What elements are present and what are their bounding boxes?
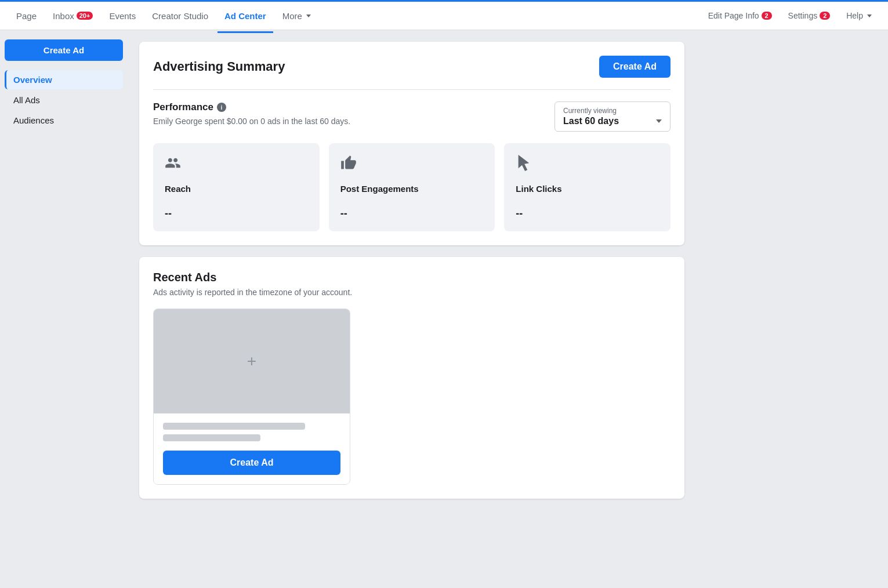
metrics-grid: Reach -- Post Engagements --: [153, 143, 670, 231]
post-engagements-label: Post Engagements: [340, 184, 484, 194]
advertising-summary-card: Advertising Summary Create Ad Performanc…: [139, 42, 684, 245]
sidebar-item-overview[interactable]: Overview: [5, 70, 123, 89]
viewing-chevron-icon: [656, 119, 662, 123]
recent-ads-card: Recent Ads Ads activity is reported in t…: [139, 257, 684, 499]
settings-badge: 2: [820, 12, 830, 20]
nav-item-inbox[interactable]: Inbox 20+: [46, 6, 100, 26]
card-header: Advertising Summary Create Ad: [153, 56, 670, 78]
sidebar-create-ad-button[interactable]: Create Ad: [5, 39, 123, 61]
link-clicks-value: --: [516, 208, 659, 220]
link-clicks-label: Link Clicks: [516, 184, 659, 194]
performance-title-row: Performance i: [153, 101, 350, 113]
ad-placeholder-image: +: [154, 309, 350, 413]
advertising-summary-title: Advertising Summary: [153, 59, 285, 74]
nav-left: Page Inbox 20+ Events Creator Studio Ad …: [9, 6, 701, 26]
help-chevron-icon: [867, 14, 872, 17]
main-content: Advertising Summary Create Ad Performanc…: [128, 30, 696, 588]
viewing-dropdown[interactable]: Currently viewing Last 60 days: [554, 101, 670, 132]
viewing-value-row: Last 60 days: [563, 116, 662, 126]
nav-item-ad-center[interactable]: Ad Center: [218, 6, 273, 26]
nav-item-settings[interactable]: Settings 2: [781, 6, 838, 25]
sidebar: Create Ad Overview All Ads Audiences: [0, 30, 128, 588]
performance-info: Performance i Emily George spent $0.00 o…: [153, 101, 350, 126]
more-chevron-icon: [306, 14, 311, 17]
nav-item-more[interactable]: More: [276, 6, 318, 26]
info-icon[interactable]: i: [217, 103, 226, 112]
nav-item-edit-page-info[interactable]: Edit Page Info 2: [701, 6, 779, 25]
metric-card-post-engagements: Post Engagements --: [329, 143, 495, 231]
sidebar-item-all-ads[interactable]: All Ads: [5, 90, 123, 110]
performance-title: Performance: [153, 101, 213, 113]
divider: [153, 89, 670, 90]
nav-item-events[interactable]: Events: [102, 6, 143, 26]
reach-value: --: [165, 208, 308, 220]
thumbsup-icon: [340, 155, 484, 179]
reach-label: Reach: [165, 184, 308, 194]
performance-subtitle: Emily George spent $0.00 on 0 ads in the…: [153, 117, 350, 126]
top-nav: Page Inbox 20+ Events Creator Studio Ad …: [0, 0, 888, 30]
post-engagements-value: --: [340, 208, 484, 220]
ad-card-create-button[interactable]: Create Ad: [163, 451, 340, 475]
nav-item-creator-studio[interactable]: Creator Studio: [145, 6, 215, 26]
nav-item-page[interactable]: Page: [9, 6, 44, 26]
ad-placeholder-content: Create Ad: [154, 413, 350, 484]
metric-card-link-clicks: Link Clicks --: [504, 143, 670, 231]
viewing-label: Currently viewing: [563, 107, 662, 115]
nav-right: Edit Page Info 2 Settings 2 Help: [701, 6, 879, 25]
plus-icon: +: [247, 352, 256, 371]
recent-ads-subtitle: Ads activity is reported in the timezone…: [153, 288, 670, 297]
placeholder-line-long: [163, 423, 305, 430]
performance-header: Performance i Emily George spent $0.00 o…: [153, 101, 670, 132]
cursor-icon: [516, 155, 659, 179]
inbox-badge: 20+: [77, 12, 93, 20]
placeholder-line-short: [163, 434, 260, 441]
nav-item-help[interactable]: Help: [839, 6, 879, 25]
recent-ads-title: Recent Ads: [153, 271, 670, 284]
page-layout: Create Ad Overview All Ads Audiences Adv…: [0, 30, 888, 588]
ad-placeholder-card: + Create Ad: [153, 308, 350, 485]
edit-page-info-badge: 2: [762, 12, 772, 20]
header-create-ad-button[interactable]: Create Ad: [599, 56, 670, 78]
viewing-value: Last 60 days: [563, 116, 619, 126]
reach-icon: [165, 155, 308, 179]
metric-card-reach: Reach --: [153, 143, 320, 231]
sidebar-item-audiences[interactable]: Audiences: [5, 111, 123, 130]
